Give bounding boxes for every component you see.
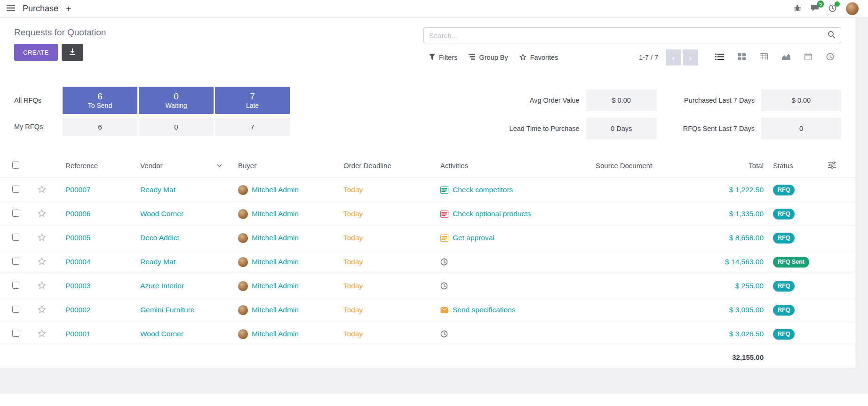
search-input[interactable] — [429, 32, 828, 40]
calendar-view-button[interactable] — [797, 49, 819, 66]
row-checkbox[interactable] — [12, 306, 19, 313]
my-waiting-cell[interactable]: 0 — [139, 118, 214, 136]
reference-link[interactable]: P00006 — [65, 210, 140, 218]
waiting-card[interactable]: 0 Waiting — [139, 87, 214, 114]
vendor-link[interactable]: Azure Interior — [140, 282, 238, 290]
buyer-cell[interactable]: Mitchell Admin — [238, 305, 343, 315]
app-name[interactable]: Purchase — [23, 4, 58, 14]
to-send-card[interactable]: 6 To Send — [63, 87, 137, 114]
list-body: P00007 Ready Mat Mitchell Admin Today Ch… — [0, 178, 855, 346]
filters-button[interactable]: Filters — [423, 50, 463, 65]
table-row[interactable]: P00004 Ready Mat Mitchell Admin Today $ … — [0, 250, 855, 274]
table-row[interactable]: P00003 Azure Interior Mitchell Admin Tod… — [0, 274, 855, 298]
column-header-status[interactable]: Status — [765, 162, 836, 170]
vendor-link[interactable]: Ready Mat — [140, 258, 238, 266]
row-checkbox[interactable] — [12, 186, 19, 193]
column-header-reference[interactable]: Reference — [65, 162, 140, 170]
vendor-link[interactable]: Wood Corner — [140, 330, 238, 338]
favorite-star-icon[interactable] — [38, 209, 46, 217]
buyer-cell[interactable]: Mitchell Admin — [238, 233, 343, 243]
table-row[interactable]: P00001 Wood Corner Mitchell Admin Today … — [0, 322, 855, 346]
user-avatar[interactable] — [846, 2, 859, 15]
favorite-star-icon[interactable] — [38, 305, 46, 313]
clock-icon[interactable] — [440, 282, 448, 290]
status-badge: RFQ Sent — [773, 257, 809, 268]
reference-link[interactable]: P00002 — [65, 306, 140, 314]
pivot-view-button[interactable] — [753, 49, 775, 66]
graph-view-button[interactable] — [775, 49, 797, 66]
reference-link[interactable]: P00001 — [65, 330, 140, 338]
activity-cell[interactable]: Check competitors — [440, 186, 596, 194]
buyer-cell[interactable]: Mitchell Admin — [238, 281, 343, 291]
clock-icon[interactable] — [440, 258, 448, 266]
buyer-cell[interactable]: Mitchell Admin — [238, 257, 343, 267]
reference-link[interactable]: P00003 — [65, 282, 140, 290]
activity-view-button[interactable] — [819, 49, 841, 66]
activity-cell[interactable] — [440, 258, 596, 266]
reference-link[interactable]: P00007 — [65, 186, 140, 194]
favorite-star-icon[interactable] — [38, 233, 46, 241]
tasks-teal-icon[interactable] — [440, 187, 448, 194]
row-checkbox[interactable] — [12, 282, 19, 289]
clock-icon[interactable] — [440, 330, 448, 338]
activity-cell[interactable]: Check optional products — [440, 210, 596, 218]
pager-previous-button[interactable]: ‹ — [666, 49, 681, 65]
late-card[interactable]: 7 Late — [215, 87, 290, 114]
vendor-link[interactable]: Ready Mat — [140, 186, 238, 194]
buyer-cell[interactable]: Mitchell Admin — [238, 209, 343, 219]
search-icon[interactable] — [828, 31, 836, 41]
favorites-button[interactable]: Favorites — [514, 50, 564, 65]
row-checkbox[interactable] — [12, 234, 19, 241]
activity-cell[interactable]: Send specifications — [440, 306, 596, 314]
column-header-source-document[interactable]: Source Document — [596, 162, 704, 170]
envelope-icon[interactable] — [440, 307, 448, 313]
optional-columns-button[interactable] — [828, 162, 836, 170]
my-to-send-cell[interactable]: 6 — [63, 118, 137, 136]
row-checkbox[interactable] — [12, 330, 19, 337]
favorite-star-icon[interactable] — [38, 257, 46, 265]
export-button[interactable] — [62, 44, 83, 61]
footer-total: 32,155.00 — [704, 353, 765, 361]
buyer-cell[interactable]: Mitchell Admin — [238, 185, 343, 195]
add-tab-button[interactable]: + — [66, 4, 72, 14]
activity-cell[interactable] — [440, 330, 596, 338]
debug-button[interactable] — [794, 4, 801, 13]
column-header-activities[interactable]: Activities — [440, 162, 596, 170]
reference-link[interactable]: P00005 — [65, 234, 140, 242]
pager-next-button[interactable]: › — [683, 49, 698, 65]
column-header-vendor[interactable]: Vendor — [140, 162, 238, 170]
column-header-order-deadline[interactable]: Order Deadline — [343, 162, 440, 170]
buyer-cell[interactable]: Mitchell Admin — [238, 329, 343, 339]
activity-cell[interactable] — [440, 282, 596, 290]
kanban-view-button[interactable] — [731, 49, 753, 66]
activities-button[interactable] — [828, 4, 836, 14]
messages-button[interactable]: 5 — [811, 4, 819, 13]
vendor-link[interactable]: Wood Corner — [140, 210, 238, 218]
activity-cell[interactable]: Get approval — [440, 234, 596, 242]
row-star-cell — [30, 281, 65, 291]
tasks-yellow-icon[interactable] — [440, 235, 448, 242]
buyer-avatar — [238, 257, 248, 267]
row-checkbox[interactable] — [12, 210, 19, 217]
table-row[interactable]: P00007 Ready Mat Mitchell Admin Today Ch… — [0, 178, 855, 202]
row-checkbox[interactable] — [12, 258, 19, 265]
list-view-button[interactable] — [709, 49, 731, 66]
column-header-buyer[interactable]: Buyer — [238, 162, 343, 170]
select-all-checkbox[interactable] — [12, 162, 19, 169]
buyer-name: Mitchell Admin — [252, 258, 299, 266]
my-late-cell[interactable]: 7 — [215, 118, 290, 136]
table-row[interactable]: P00002 Gemini Furniture Mitchell Admin T… — [0, 298, 855, 322]
column-header-total[interactable]: Total — [704, 162, 765, 170]
create-button[interactable]: CREATE — [14, 44, 58, 61]
table-row[interactable]: P00006 Wood Corner Mitchell Admin Today … — [0, 202, 855, 226]
menu-toggle-button[interactable] — [7, 5, 15, 13]
reference-link[interactable]: P00004 — [65, 258, 140, 266]
table-row[interactable]: P00005 Deco Addict Mitchell Admin Today … — [0, 226, 855, 250]
favorite-star-icon[interactable] — [38, 185, 46, 193]
tasks-red-icon[interactable] — [440, 211, 448, 218]
group-by-button[interactable]: Group By — [463, 50, 513, 65]
favorite-star-icon[interactable] — [38, 281, 46, 289]
favorite-star-icon[interactable] — [38, 329, 46, 337]
vendor-link[interactable]: Gemini Furniture — [140, 306, 238, 314]
vendor-link[interactable]: Deco Addict — [140, 234, 238, 242]
